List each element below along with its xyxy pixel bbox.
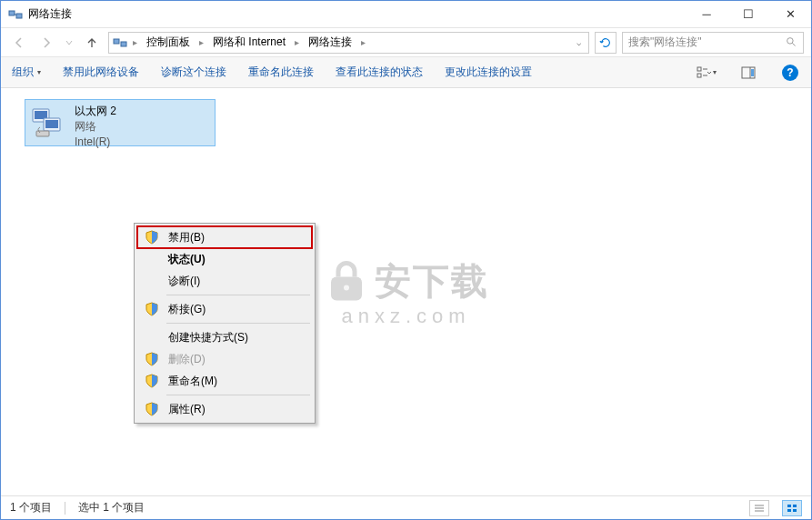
toolbar-disable[interactable]: 禁用此网络设备 <box>63 65 139 80</box>
forward-button[interactable] <box>35 32 57 54</box>
content-area[interactable]: 安下载 anxz.com 以太网 2 网络 Intel(R) 禁用(B) 状态(… <box>1 88 811 495</box>
network-folder-icon <box>113 35 127 50</box>
tiles-view-button[interactable] <box>782 500 802 516</box>
shield-icon <box>145 374 159 388</box>
breadcrumb-item[interactable]: 控制面板 <box>141 33 195 52</box>
view-options-button[interactable]: ▾ <box>697 63 717 83</box>
breadcrumb-item[interactable]: 网络连接 <box>303 33 357 52</box>
menu-disable[interactable]: 禁用(B) <box>137 226 312 248</box>
search-placeholder: 搜索"网络连接" <box>628 35 702 50</box>
menu-separator <box>166 395 310 395</box>
svg-rect-25 <box>793 505 797 507</box>
svg-rect-1 <box>16 14 22 18</box>
shield-icon <box>145 302 159 316</box>
menu-separator <box>166 295 310 295</box>
menu-create-shortcut[interactable]: 创建快捷方式(S) <box>137 326 312 348</box>
svg-rect-20 <box>36 131 49 136</box>
close-button[interactable]: ✕ <box>769 1 811 28</box>
navigation-bar: ▸ 控制面板 ▸ 网络和 Internet ▸ 网络连接 ▸ ⌵ 搜索"网络连接… <box>1 28 811 57</box>
status-separator <box>65 502 65 515</box>
svg-rect-14 <box>331 276 362 300</box>
menu-rename[interactable]: 重命名(M) <box>137 370 312 392</box>
toolbar-view-status[interactable]: 查看此连接的状态 <box>336 65 423 80</box>
title-bar: 网络连接 ─ ☐ ✕ <box>1 1 811 28</box>
svg-rect-19 <box>45 120 58 128</box>
connection-name: 以太网 2 <box>75 104 116 119</box>
menu-status[interactable]: 状态(U) <box>137 248 312 270</box>
svg-rect-0 <box>9 11 15 15</box>
svg-rect-3 <box>114 39 119 44</box>
watermark: 安下载 anxz.com <box>324 256 489 328</box>
svg-rect-7 <box>697 67 701 71</box>
arrow-right-icon <box>39 35 54 50</box>
breadcrumb-sep-icon[interactable]: ▸ <box>359 37 367 47</box>
breadcrumb-sep-icon[interactable]: ▸ <box>131 37 139 47</box>
shield-icon <box>145 352 159 366</box>
details-icon <box>754 504 765 513</box>
status-bar: 1 个项目 选中 1 个项目 <box>1 495 811 519</box>
svg-line-6 <box>792 43 795 45</box>
svg-rect-8 <box>697 74 701 77</box>
toolbar-rename[interactable]: 重命名此连接 <box>248 65 314 80</box>
help-button[interactable]: ? <box>780 63 800 83</box>
status-selected-count: 选中 1 个项目 <box>78 500 145 515</box>
app-icon <box>8 7 23 22</box>
shield-icon <box>145 230 159 245</box>
preview-pane-button[interactable] <box>738 63 758 83</box>
window-controls: ─ ☐ ✕ <box>686 1 811 28</box>
breadcrumb-sep-icon[interactable]: ▸ <box>197 37 206 47</box>
watermark-text: 安下载 <box>375 256 489 306</box>
toolbar-change-settings[interactable]: 更改此连接的设置 <box>445 65 532 80</box>
svg-rect-13 <box>751 69 754 76</box>
preview-pane-icon <box>741 66 756 79</box>
svg-rect-4 <box>121 42 126 46</box>
breadcrumb-sep-icon[interactable]: ▸ <box>293 37 301 47</box>
breadcrumb-item[interactable]: 网络和 Internet <box>207 33 291 52</box>
context-menu: 禁用(B) 状态(U) 诊断(I) 桥接(G) 创建快捷方式(S) 删除(D) … <box>134 223 316 424</box>
svg-point-15 <box>344 285 349 290</box>
arrow-up-icon <box>85 35 99 50</box>
recent-dropdown[interactable] <box>63 32 75 54</box>
menu-separator <box>166 323 310 324</box>
breadcrumb-history-dropdown[interactable]: ⌵ <box>573 38 585 47</box>
menu-delete: 删除(D) <box>137 348 312 370</box>
svg-rect-24 <box>787 505 791 507</box>
view-icon <box>697 66 711 79</box>
minimize-button[interactable]: ─ <box>686 1 727 28</box>
refresh-icon <box>599 36 612 49</box>
connection-network: 网络 <box>75 119 116 135</box>
status-item-count: 1 个项目 <box>10 500 52 515</box>
window-title: 网络连接 <box>28 6 686 22</box>
lock-icon <box>324 258 369 304</box>
svg-rect-26 <box>787 509 791 512</box>
menu-diagnose[interactable]: 诊断(I) <box>137 270 312 292</box>
arrow-left-icon <box>12 35 26 50</box>
watermark-url: anxz.com <box>341 305 470 328</box>
connection-item-selected[interactable]: 以太网 2 网络 Intel(R) <box>25 99 216 146</box>
tiles-icon <box>787 504 797 513</box>
up-button[interactable] <box>81 32 103 54</box>
chevron-down-icon <box>65 39 73 46</box>
breadcrumb[interactable]: ▸ 控制面板 ▸ 网络和 Internet ▸ 网络连接 ▸ ⌵ <box>108 32 589 54</box>
svg-rect-27 <box>793 509 797 512</box>
maximize-button[interactable]: ☐ <box>727 1 769 28</box>
ethernet-adapter-icon <box>31 104 67 140</box>
connection-labels: 以太网 2 网络 Intel(R) <box>75 104 116 149</box>
help-icon: ? <box>782 65 798 81</box>
toolbar-diagnose[interactable]: 诊断这个连接 <box>161 65 226 80</box>
organize-menu[interactable]: 组织▾ <box>12 65 41 80</box>
menu-properties[interactable]: 属性(R) <box>137 398 312 420</box>
connection-adapter: Intel(R) <box>75 135 116 150</box>
search-input[interactable]: 搜索"网络连接" <box>622 32 804 54</box>
shield-icon <box>145 402 159 416</box>
command-bar: 组织▾ 禁用此网络设备 诊断这个连接 重命名此连接 查看此连接的状态 更改此连接… <box>1 57 811 88</box>
back-button[interactable] <box>8 32 30 54</box>
search-icon <box>786 36 797 48</box>
svg-point-5 <box>787 38 794 45</box>
details-view-button[interactable] <box>749 500 769 516</box>
refresh-button[interactable] <box>595 32 617 54</box>
menu-bridge[interactable]: 桥接(G) <box>137 298 312 320</box>
